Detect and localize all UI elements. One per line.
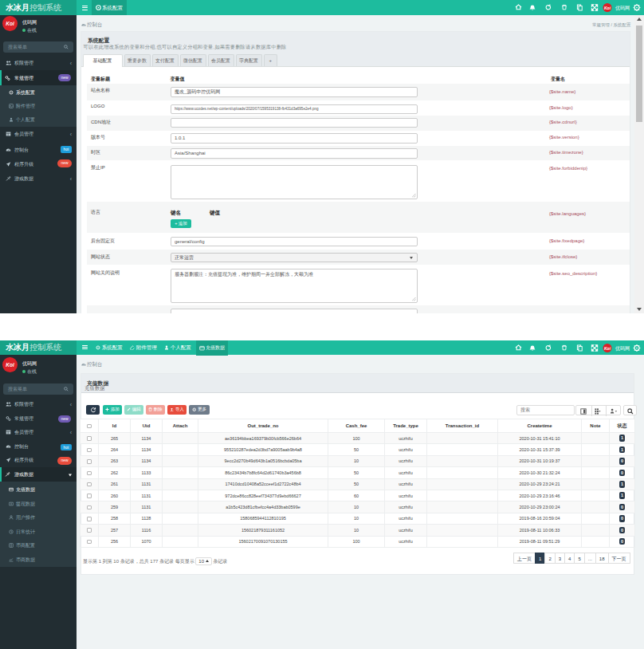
svg-text:优码网: 优码网: [615, 5, 630, 11]
svg-text:优码网: 优码网: [615, 345, 630, 352]
svg-text:Koi: Koi: [604, 6, 611, 10]
svg-text:Koi: Koi: [604, 346, 611, 351]
